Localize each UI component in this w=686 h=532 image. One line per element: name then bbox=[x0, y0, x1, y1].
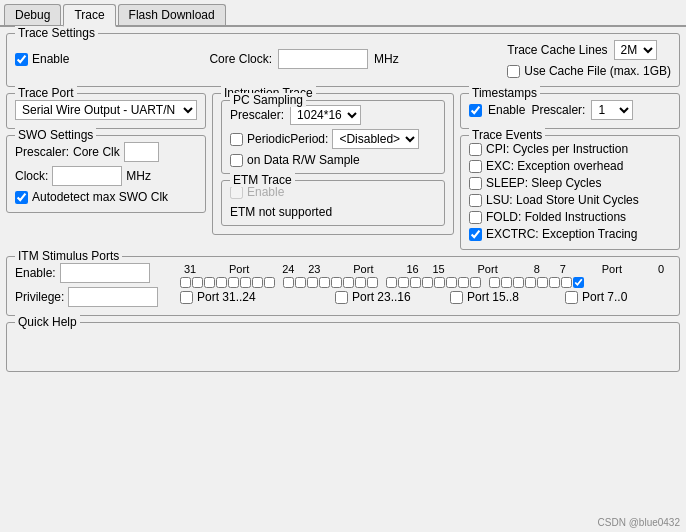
port-27[interactable] bbox=[228, 277, 239, 288]
port-15[interactable] bbox=[386, 277, 397, 288]
trace-event-sleep[interactable]: SLEEP: Sleep Cycles bbox=[469, 176, 671, 190]
port-13[interactable] bbox=[410, 277, 421, 288]
on-data-rw-label: on Data R/W Sample bbox=[247, 153, 360, 167]
port-26[interactable] bbox=[240, 277, 251, 288]
port-28[interactable] bbox=[216, 277, 227, 288]
port-group-31-24-checkbox[interactable] bbox=[180, 291, 193, 304]
itm-port-headers: 31 Port 24 23 Port 16 15 Port 8 7 Port 0 bbox=[180, 263, 671, 275]
itm-privilege-label: Privilege: bbox=[15, 290, 64, 304]
trace-event-fold[interactable]: FOLD: Folded Instructions bbox=[469, 210, 671, 224]
port-9[interactable] bbox=[458, 277, 469, 288]
itm-enable-row: Enable: 0x00000001 bbox=[15, 263, 170, 283]
trace-event-cpi-checkbox[interactable] bbox=[469, 143, 482, 156]
etm-not-supported: ETM not supported bbox=[230, 205, 436, 219]
port-group-23-16-checkbox[interactable] bbox=[335, 291, 348, 304]
port-11[interactable] bbox=[434, 277, 445, 288]
tab-debug[interactable]: Debug bbox=[4, 4, 61, 25]
timestamps-title: Timestamps bbox=[469, 86, 540, 100]
use-cache-file-label: Use Cache File (max. 1GB) bbox=[524, 64, 671, 78]
trace-cache-lines-select[interactable]: 2M1M4M8M bbox=[614, 40, 657, 60]
port-29[interactable] bbox=[204, 277, 215, 288]
port-group-23-16-enable: Port 23..16 bbox=[335, 290, 450, 304]
autodetect-label[interactable]: Autodetect max SWO Clk bbox=[15, 190, 197, 204]
timestamps-row: Enable Prescaler: 1248 bbox=[469, 100, 671, 120]
itm-enable-input[interactable]: 0x00000001 bbox=[60, 263, 150, 283]
autodetect-checkbox[interactable] bbox=[15, 191, 28, 204]
port-21[interactable] bbox=[307, 277, 318, 288]
port-30[interactable] bbox=[192, 277, 203, 288]
trace-events-box: Trace Events CPI: Cycles per Instruction… bbox=[460, 135, 680, 250]
port-22[interactable] bbox=[295, 277, 306, 288]
trace-event-cpi[interactable]: CPI: Cycles per Instruction bbox=[469, 142, 671, 156]
clock-value[interactable]: 7.304347 bbox=[52, 166, 122, 186]
port-group-15-8-enable: Port 15..8 bbox=[450, 290, 565, 304]
port-10[interactable] bbox=[446, 277, 457, 288]
port-5[interactable] bbox=[513, 277, 524, 288]
tab-trace[interactable]: Trace bbox=[63, 4, 115, 27]
periodic-period-checkbox[interactable] bbox=[230, 133, 243, 146]
port-group-31-24-enable: Port 31..24 bbox=[180, 290, 335, 304]
port-8[interactable] bbox=[470, 277, 481, 288]
port-18[interactable] bbox=[343, 277, 354, 288]
trace-event-exc[interactable]: EXC: Exception overhead bbox=[469, 159, 671, 173]
use-cache-file-row: Use Cache File (max. 1GB) bbox=[507, 64, 671, 78]
on-data-rw-checkbox[interactable] bbox=[230, 154, 243, 167]
port-group-15-8 bbox=[386, 277, 481, 288]
trace-event-fold-checkbox[interactable] bbox=[469, 211, 482, 224]
port-12[interactable] bbox=[422, 277, 433, 288]
port-31[interactable] bbox=[180, 277, 191, 288]
port-24[interactable] bbox=[264, 277, 275, 288]
trace-port-select[interactable]: Serial Wire Output - UART/N bbox=[15, 100, 197, 120]
port-17[interactable] bbox=[355, 277, 366, 288]
port-16[interactable] bbox=[367, 277, 378, 288]
port-19[interactable] bbox=[331, 277, 342, 288]
prescaler-value[interactable]: 23 bbox=[124, 142, 159, 162]
clock-row: Clock: 7.304347 MHz bbox=[15, 166, 197, 186]
use-cache-file-checkbox[interactable] bbox=[507, 65, 520, 78]
tab-flash-download[interactable]: Flash Download bbox=[118, 4, 226, 25]
pc-sampling-box: PC Sampling Prescaler: 1024*16512*16256*… bbox=[221, 100, 445, 174]
port-6[interactable] bbox=[501, 277, 512, 288]
enable-label[interactable]: Enable bbox=[15, 52, 69, 66]
port-0[interactable] bbox=[573, 277, 584, 288]
port-25[interactable] bbox=[252, 277, 263, 288]
port-20[interactable] bbox=[319, 277, 330, 288]
trace-event-sleep-checkbox[interactable] bbox=[469, 177, 482, 190]
etm-trace-box: ETM Trace Enable ETM not supported bbox=[221, 180, 445, 226]
trace-event-exctrc[interactable]: EXCTRC: Exception Tracing bbox=[469, 227, 671, 241]
port-1[interactable] bbox=[561, 277, 572, 288]
etm-enable-checkbox[interactable] bbox=[230, 186, 243, 199]
timestamps-prescaler-select[interactable]: 1248 bbox=[591, 100, 633, 120]
swo-settings-box: SWO Settings Prescaler: Core Clk 23 Cloc… bbox=[6, 135, 206, 213]
port-14[interactable] bbox=[398, 277, 409, 288]
trace-event-exctrc-checkbox[interactable] bbox=[469, 228, 482, 241]
itm-stimulus-ports-title: ITM Stimulus Ports bbox=[15, 249, 122, 263]
itm-values: Enable: 0x00000001 Privilege: 0x00000000 bbox=[15, 263, 170, 307]
port-4[interactable] bbox=[525, 277, 536, 288]
enable-checkbox[interactable] bbox=[15, 53, 28, 66]
trace-settings-row1: Enable Core Clock: 168.000000 MHz Trace … bbox=[15, 40, 671, 78]
port-group-7-0-enable: Port 7..0 bbox=[565, 290, 627, 304]
port-7[interactable] bbox=[489, 277, 500, 288]
port-group-15-8-checkbox[interactable] bbox=[450, 291, 463, 304]
trace-event-lsu[interactable]: LSU: Load Store Unit Cycles bbox=[469, 193, 671, 207]
trace-cache-lines-label: Trace Cache Lines bbox=[507, 43, 607, 57]
itm-privilege-input[interactable]: 0x00000000 bbox=[68, 287, 158, 307]
port-group-7-0-label: Port 7..0 bbox=[582, 290, 627, 304]
port-3[interactable] bbox=[537, 277, 548, 288]
port-group-7-0 bbox=[489, 277, 584, 288]
periodic-period-select[interactable]: <Disabled> bbox=[332, 129, 419, 149]
port-2[interactable] bbox=[549, 277, 560, 288]
port-group-23-16 bbox=[283, 277, 378, 288]
timestamps-enable-checkbox[interactable] bbox=[469, 104, 482, 117]
left-col: Trace Port Serial Wire Output - UART/N S… bbox=[6, 93, 206, 250]
trace-port-title: Trace Port bbox=[15, 86, 77, 100]
port-group-31-24-label: Port 31..24 bbox=[197, 290, 256, 304]
trace-event-exc-checkbox[interactable] bbox=[469, 160, 482, 173]
core-clock-input[interactable]: 168.000000 bbox=[278, 49, 368, 69]
port-23[interactable] bbox=[283, 277, 294, 288]
port-group-7-0-checkbox[interactable] bbox=[565, 291, 578, 304]
pc-prescaler-select[interactable]: 1024*16512*16256*16 bbox=[290, 105, 361, 125]
center-col: Instruction Trace PC Sampling Prescaler:… bbox=[212, 93, 454, 250]
trace-event-lsu-checkbox[interactable] bbox=[469, 194, 482, 207]
